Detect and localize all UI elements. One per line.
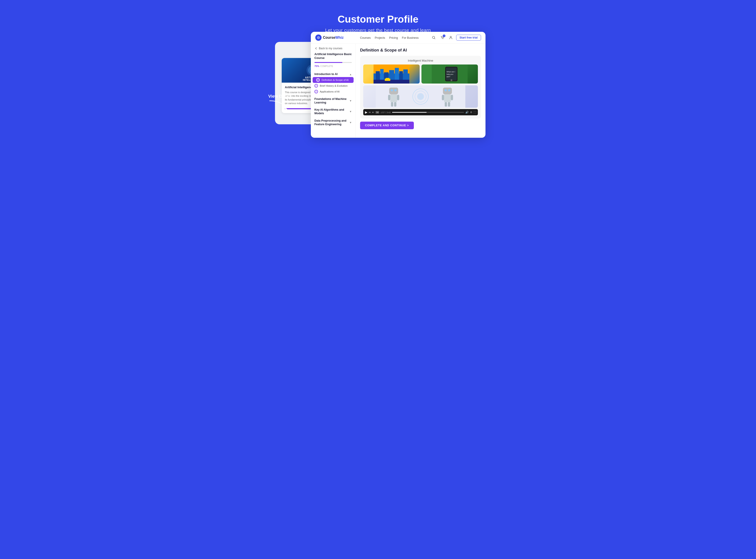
lesson-definition-scope[interactable]: ✓ Definition & Scope of AI	[313, 77, 353, 83]
video-subtitle: Intelligent Machine	[363, 59, 478, 62]
volume-icon[interactable]: 🔊	[465, 111, 469, 114]
chevron-down-icon: ▼	[349, 110, 352, 113]
svg-rect-38	[443, 88, 452, 94]
speed-control[interactable]: 1x	[375, 111, 379, 114]
cw-logo-icon	[315, 35, 322, 41]
chevron-up-icon: ▲	[349, 73, 352, 76]
back-to-courses-link[interactable]: Back to my courses	[311, 47, 356, 52]
svg-point-40	[448, 89, 450, 91]
svg-rect-15	[373, 80, 409, 84]
section-data-preprocessing-header[interactable]: Data Preprocessing and Feature Engineeri…	[311, 117, 356, 127]
complete-and-continue-button[interactable]: COMPLETE AND CONTINUE >	[360, 121, 414, 129]
svg-rect-17	[386, 78, 389, 80]
chevron-down-icon: ▼	[349, 99, 352, 102]
main-container: My Courses AI A	[275, 42, 481, 124]
search-icon[interactable]	[431, 35, 437, 41]
section-foundations-ml-header[interactable]: Foundations of Machine Learning ▼	[311, 95, 356, 105]
svg-rect-27	[389, 88, 398, 94]
fullscreen-icon[interactable]: ⛶	[474, 111, 476, 114]
svg-rect-33	[391, 102, 393, 107]
video-player[interactable]: ▶ ⏮ ⏭ 1x 1:57 / 3:42 🔊 ⚙ ⛶	[363, 109, 478, 115]
section-key-ai-algorithms: Key AI Algorithms and Models ▼	[311, 106, 356, 116]
arrow-curve-icon	[268, 100, 289, 111]
svg-text:What can I: What can I	[446, 71, 455, 73]
section-data-preprocessing: Data Preprocessing and Feature Engineeri…	[311, 117, 356, 127]
svg-rect-43	[451, 95, 453, 100]
cw-video-area: Intelligent Machine	[360, 56, 481, 118]
forward-icon[interactable]: ⏭	[372, 111, 374, 113]
svg-point-37	[417, 93, 424, 100]
svg-rect-45	[448, 102, 450, 107]
cart-icon[interactable]: 2	[439, 35, 445, 41]
lesson-brief-history[interactable]: ✓ Brief History & Evolution	[311, 83, 356, 89]
svg-point-29	[394, 89, 396, 91]
svg-point-25	[451, 79, 452, 81]
settings-icon[interactable]: ⚙	[470, 111, 472, 114]
svg-rect-31	[388, 95, 390, 100]
cw-nav-links: Courses Projects Pricing For Business	[352, 36, 426, 39]
play-button[interactable]: ▶	[365, 110, 367, 114]
start-free-trial-button[interactable]: Start free trial	[456, 35, 481, 41]
city-image	[363, 65, 420, 84]
content-title: Definition & Scope of AI	[360, 48, 481, 53]
svg-rect-42	[442, 95, 444, 100]
section-intro-ai-header[interactable]: Introduction to AI ▲	[311, 70, 356, 77]
svg-rect-41	[444, 94, 451, 102]
cw-navbar: CourseWhiz Courses Projects Pricing For …	[311, 32, 485, 44]
lesson-check-icon: ✓	[314, 84, 318, 88]
svg-rect-30	[390, 94, 397, 102]
svg-rect-32	[397, 95, 399, 100]
view-detail-area: View Detail	[268, 94, 291, 111]
page-header: Customer Profile Let your customers get …	[325, 9, 431, 33]
svg-point-4	[443, 39, 443, 39]
cart-badge: 2	[443, 35, 445, 37]
sidebar-course-title: Artificial Intelligence Basic Course	[311, 52, 356, 62]
lesson-check-icon: ✓	[316, 78, 320, 82]
video-time: 1:57 / 3:42	[381, 111, 391, 114]
nav-for-business[interactable]: For Business	[402, 36, 419, 39]
svg-point-39	[444, 89, 447, 91]
cw-panel-body: Back to my courses Artificial Intelligen…	[311, 44, 485, 138]
robot-image	[363, 85, 478, 108]
lesson-applications-ai[interactable]: ✓ Applications of AI	[311, 89, 356, 94]
section-foundations-ml: Foundations of Machine Learning ▼	[311, 95, 356, 105]
svg-rect-34	[394, 102, 396, 107]
svg-point-28	[391, 89, 393, 91]
phone-image: What can I help you win?	[421, 65, 478, 84]
cw-main-content: Definition & Scope of AI Intelligent Mac…	[356, 44, 485, 138]
cw-sidebar: Back to my courses Artificial Intelligen…	[311, 44, 356, 138]
section-key-ai-algorithms-header[interactable]: Key AI Algorithms and Models ▼	[311, 106, 356, 116]
svg-point-3	[442, 39, 442, 39]
sidebar-progress-percent: 75%	[314, 65, 319, 67]
view-detail-text: View Detail	[268, 94, 291, 99]
svg-text:win?: win?	[446, 76, 450, 78]
nav-pricing[interactable]: Pricing	[389, 36, 398, 39]
image-grid: What can I help you win?	[363, 65, 478, 84]
svg-text:help you: help you	[446, 73, 453, 75]
chevron-down-icon: ▼	[349, 121, 352, 124]
cw-logo: CourseWhiz	[315, 35, 344, 41]
user-icon[interactable]	[448, 35, 454, 41]
cw-nav-actions: 2 Start free trial	[431, 35, 481, 41]
rewind-icon[interactable]: ⏮	[369, 111, 371, 113]
nav-courses[interactable]: Courses	[360, 36, 371, 39]
sidebar-progress: 75% COMPLETE	[311, 62, 356, 70]
seek-bar[interactable]	[392, 112, 464, 113]
section-intro-ai: Introduction to AI ▲ ✓ Definition & Scop…	[311, 70, 356, 94]
nav-projects[interactable]: Projects	[375, 36, 385, 39]
cw-logo-text: CourseWhiz	[323, 36, 344, 40]
sidebar-progress-complete: COMPLETE	[320, 65, 333, 67]
page-title: Customer Profile	[325, 14, 431, 25]
lesson-check-icon: ✓	[314, 90, 318, 93]
coursewhiz-panel: CourseWhiz Courses Projects Pricing For …	[311, 32, 485, 138]
svg-point-5	[450, 36, 452, 38]
svg-rect-44	[445, 102, 447, 107]
